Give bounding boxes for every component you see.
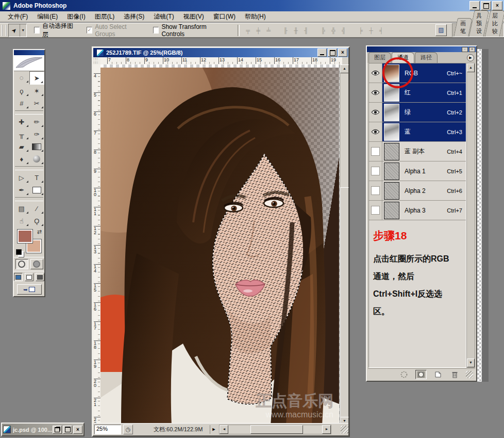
- channel-row-5[interactable]: Alpha 1 Ctrl+5: [369, 161, 466, 181]
- visibility-toggle-empty[interactable]: [369, 181, 382, 200]
- type-tool[interactable]: T: [29, 171, 45, 184]
- checkbox-box[interactable]: [34, 27, 40, 34]
- swap-colors-icon[interactable]: ⇄: [37, 229, 42, 235]
- menu-item-7[interactable]: 窗口(W): [209, 11, 240, 22]
- distribute-bottom-icon[interactable]: ╣: [340, 26, 348, 35]
- palette-scroll-down-arrow[interactable]: ▼: [467, 359, 475, 367]
- options-bar-handle[interactable]: [2, 25, 7, 36]
- palette-scrollbar[interactable]: ▲ ▼: [466, 63, 475, 368]
- mini-maximize-button[interactable]: [63, 426, 72, 434]
- blur-tool[interactable]: ♦: [14, 153, 29, 165]
- dodge-tool[interactable]: [29, 153, 45, 165]
- doc-minimize-button[interactable]: [317, 48, 327, 57]
- scroll-right-arrow[interactable]: ►: [322, 425, 331, 434]
- new-channel-button[interactable]: [433, 370, 443, 379]
- history-brush-tool[interactable]: ✑: [29, 128, 45, 140]
- quick-mask-mode-button[interactable]: [30, 259, 43, 269]
- fullscreen-with-menu-button[interactable]: [25, 273, 33, 281]
- gradient-tool[interactable]: [29, 140, 45, 153]
- menu-item-4[interactable]: 选择(S): [119, 11, 149, 22]
- canvas-area[interactable]: 正点音乐网 www.macmusic.cn: [100, 64, 342, 426]
- visibility-eye-icon[interactable]: [369, 63, 382, 83]
- checkbox-box[interactable]: [153, 27, 159, 34]
- visibility-eye-icon[interactable]: [369, 103, 382, 122]
- lasso-tool[interactable]: ϙ: [14, 85, 29, 97]
- doc-resize-grip[interactable]: [341, 426, 348, 433]
- app-titlebar[interactable]: Adobe Photoshop ×: [0, 0, 504, 11]
- crop-tool[interactable]: #: [14, 97, 29, 109]
- status-popup-arrow[interactable]: ►: [210, 425, 217, 434]
- align-horizontal-center-icon[interactable]: ╫: [292, 26, 300, 35]
- standard-mode-button[interactable]: [15, 259, 28, 269]
- palette-menu-button[interactable]: ▶: [467, 54, 474, 61]
- palette-scroll-up-arrow[interactable]: ▲: [467, 63, 475, 72]
- brush-tool[interactable]: ✏: [29, 116, 45, 128]
- horizontal-scroll-thumb[interactable]: [250, 425, 303, 434]
- ruler-origin[interactable]: ∷∷∷∷: [93, 57, 101, 65]
- align-right-icon[interactable]: ╢: [302, 26, 311, 35]
- app-close-button[interactable]: ×: [492, 1, 502, 10]
- checkbox-box-checked[interactable]: ✓: [87, 27, 92, 34]
- tool-preset-dropdown-arrow[interactable]: ▾: [20, 24, 26, 37]
- timer-icon[interactable]: ◷: [123, 425, 133, 434]
- distribute-horizontal-center-icon[interactable]: ┼: [367, 26, 376, 35]
- distribute-left-icon[interactable]: ╞: [357, 26, 365, 35]
- align-left-icon[interactable]: ╟: [281, 26, 290, 35]
- menu-item-5[interactable]: 滤镜(T): [149, 11, 178, 22]
- hand-tool[interactable]: ☝: [14, 215, 29, 227]
- magic-wand-tool[interactable]: ✶: [29, 85, 45, 97]
- channel-row-3[interactable]: 蓝 Ctrl+3: [369, 122, 466, 142]
- visibility-eye-icon[interactable]: [369, 83, 382, 102]
- menu-item-2[interactable]: 图像(I): [62, 11, 90, 22]
- shape-tool[interactable]: [29, 184, 45, 196]
- delete-channel-button[interactable]: [449, 370, 460, 379]
- channel-row-1[interactable]: 红 Ctrl+1: [369, 83, 466, 103]
- move-tool[interactable]: ➤: [29, 71, 45, 85]
- vertical-scrollbar[interactable]: ▲ ▼: [340, 64, 348, 426]
- horizontal-scrollbar[interactable]: ◄ ►: [219, 425, 331, 434]
- slice-tool[interactable]: ✂: [29, 97, 45, 109]
- clone-stamp-tool[interactable]: ╥: [14, 128, 29, 140]
- eraser-tool[interactable]: ▰: [14, 140, 29, 153]
- file-browser-button[interactable]: ▨: [435, 24, 447, 36]
- menu-item-6[interactable]: 视图(V): [179, 11, 209, 22]
- vertical-scroll-thumb[interactable]: [340, 187, 349, 418]
- app-minimize-button[interactable]: [469, 1, 480, 10]
- channel-row-7[interactable]: Alpha 3 Ctrl+7: [369, 201, 466, 220]
- show-transform-controls-checkbox[interactable]: Show Transform Controls: [153, 23, 220, 38]
- menu-item-0[interactable]: 文件(F): [3, 11, 32, 22]
- zoom-tool[interactable]: Ǫ: [29, 215, 45, 227]
- channel-row-4[interactable]: 蓝 副本 Ctrl+4: [369, 142, 466, 161]
- scroll-left-arrow[interactable]: ◄: [220, 425, 228, 434]
- move-tool-preset-button[interactable]: ➤ ▾: [8, 24, 27, 37]
- doc-close-button[interactable]: ×: [338, 48, 347, 57]
- palette-tab-2[interactable]: 路径: [415, 52, 438, 63]
- load-selection-button[interactable]: [399, 370, 409, 379]
- menu-item-3[interactable]: 图层(L): [90, 11, 120, 22]
- path-selection-tool[interactable]: ▷: [14, 171, 29, 184]
- distribute-right-icon[interactable]: ╡: [377, 26, 386, 35]
- scroll-up-arrow[interactable]: ▲: [340, 64, 349, 73]
- standard-screen-mode-button[interactable]: [14, 273, 23, 281]
- palette-minimize-button[interactable]: -: [462, 47, 468, 52]
- app-maximize-button[interactable]: [481, 1, 491, 10]
- document-titlebar[interactable]: 252J1789.TIF @ 25%(RGB/8) ×: [93, 48, 348, 57]
- eyedropper-tool[interactable]: ∕: [29, 202, 45, 215]
- notes-tool[interactable]: ▤: [14, 202, 29, 215]
- save-selection-as-channel-button[interactable]: [415, 370, 427, 379]
- doc-maximize-button[interactable]: [328, 48, 337, 57]
- fullscreen-mode-button[interactable]: [36, 273, 44, 281]
- channel-row-6[interactable]: Alpha 2 Ctrl+6: [369, 181, 466, 201]
- pen-tool[interactable]: ✒: [14, 184, 29, 196]
- palette-titlebar[interactable]: - ×: [367, 46, 476, 52]
- visibility-toggle-empty[interactable]: [369, 142, 382, 161]
- palette-resize-grip[interactable]: [466, 371, 473, 378]
- auto-select-groups-checkbox[interactable]: ✓ Auto Select Groups: [87, 23, 140, 38]
- visibility-toggle-empty[interactable]: [369, 201, 382, 220]
- zoom-level-input[interactable]: 25%: [94, 425, 121, 434]
- default-colors-icon[interactable]: [16, 249, 22, 255]
- visibility-eye-icon[interactable]: [369, 122, 382, 141]
- minimized-document-window[interactable]: jc.psd @ 100... ×: [1, 423, 85, 436]
- jump-to-imageready-button[interactable]: ➥: [17, 284, 42, 295]
- align-top-icon[interactable]: ╤: [244, 26, 253, 35]
